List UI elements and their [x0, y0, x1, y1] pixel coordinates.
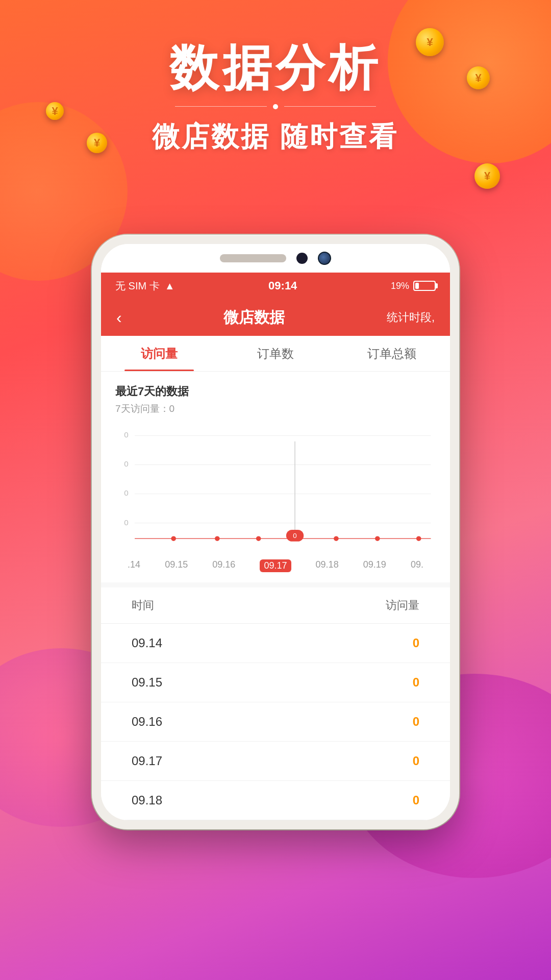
row-3-date: 09.16 [132, 715, 162, 729]
svg-text:0: 0 [124, 459, 128, 468]
front-camera [296, 253, 308, 264]
divider [0, 104, 551, 109]
svg-point-17 [416, 536, 421, 541]
phone-outer-frame: 无 SIM 卡 ▲ 09:14 19% ‹ 微店数据 统计时段, [92, 235, 459, 829]
svg-point-16 [375, 536, 380, 541]
content-area: 最近7天的数据 7天访问量：0 0 0 0 0 [101, 372, 450, 820]
coin-decoration-4 [474, 163, 500, 189]
col-time-header: 时间 [132, 598, 154, 613]
row-1-value: 0 [413, 636, 419, 650]
chart-subtitle: 7天访问量：0 [115, 402, 436, 415]
date-label-3: 09.16 [212, 559, 235, 572]
chart-title: 最近7天的数据 [115, 384, 436, 399]
speaker-grille [220, 254, 286, 262]
svg-text:0: 0 [293, 532, 296, 540]
table-row: 09.18 0 [101, 781, 450, 820]
nav-bar: ‹ 微店数据 统计时段, [101, 299, 450, 336]
date-label-4-active[interactable]: 09.17 [260, 559, 291, 572]
table-row: 09.15 0 [101, 663, 450, 702]
divider-dot [273, 104, 278, 109]
date-label-1: .14 [128, 559, 140, 572]
row-5-value: 0 [413, 793, 419, 807]
date-label-2: 09.15 [165, 559, 188, 572]
row-4-date: 09.17 [132, 754, 162, 768]
battery-fill [415, 283, 419, 289]
table-row: 09.16 0 [101, 702, 450, 742]
nav-title: 微店数据 [223, 307, 285, 328]
back-button[interactable]: ‹ [116, 308, 122, 327]
wifi-icon: ▲ [165, 280, 175, 292]
status-time: 09:14 [268, 279, 297, 292]
chart-svg: 0 0 0 0 [115, 424, 436, 556]
main-title: 数据分析 [0, 41, 551, 95]
status-right: 19% [391, 281, 436, 291]
camera-lens [318, 252, 331, 265]
tab-visits[interactable]: 访问量 [101, 336, 217, 371]
tab-order-total[interactable]: 订单总额 [334, 336, 450, 371]
divider-line-right [284, 106, 376, 107]
battery-icon [413, 281, 436, 291]
date-label-6: 09.19 [363, 559, 386, 572]
row-3-value: 0 [413, 715, 419, 729]
svg-text:0: 0 [124, 488, 128, 497]
chart-section: 最近7天的数据 7天访问量：0 0 0 0 0 [101, 372, 450, 582]
svg-point-13 [256, 536, 261, 541]
svg-point-15 [334, 536, 339, 541]
divider-line-left [175, 106, 267, 107]
row-4-value: 0 [413, 754, 419, 768]
svg-point-12 [215, 536, 220, 541]
phone-screen: 无 SIM 卡 ▲ 09:14 19% ‹ 微店数据 统计时段, [101, 244, 450, 820]
row-2-value: 0 [413, 675, 419, 690]
chart-container: 0 0 0 0 [115, 424, 436, 556]
battery-percent: 19% [391, 281, 409, 291]
table-row: 09.14 0 [101, 624, 450, 663]
row-5-date: 09.18 [132, 793, 162, 807]
sub-title: 微店数据 随时查看 [0, 118, 551, 156]
status-bar: 无 SIM 卡 ▲ 09:14 19% [101, 273, 450, 299]
svg-point-11 [171, 536, 176, 541]
data-table: 时间 访问量 09.14 0 09.15 0 09.16 0 [101, 587, 450, 820]
date-labels-row: .14 09.15 09.16 09.17 09.18 09.19 09. [115, 556, 436, 577]
table-header: 时间 访问量 [101, 587, 450, 624]
date-label-5: 09.18 [316, 559, 339, 572]
stats-period-button[interactable]: 统计时段, [387, 310, 435, 325]
row-1-date: 09.14 [132, 636, 162, 650]
col-visits-header: 访问量 [386, 598, 419, 613]
status-left: 无 SIM 卡 ▲ [115, 279, 174, 293]
tab-orders[interactable]: 订单数 [217, 336, 334, 371]
svg-text:0: 0 [124, 430, 128, 439]
row-2-date: 09.15 [132, 675, 162, 690]
carrier-label: 无 SIM 卡 [115, 279, 160, 293]
table-row: 09.17 0 [101, 742, 450, 781]
svg-text:0: 0 [124, 518, 128, 527]
phone-mockup: 无 SIM 卡 ▲ 09:14 19% ‹ 微店数据 统计时段, [92, 235, 459, 829]
date-label-7: 09. [411, 559, 423, 572]
tabs-bar: 访问量 订单数 订单总额 [101, 336, 450, 372]
header-area: 数据分析 微店数据 随时查看 [0, 41, 551, 156]
phone-top-hardware [101, 244, 450, 273]
